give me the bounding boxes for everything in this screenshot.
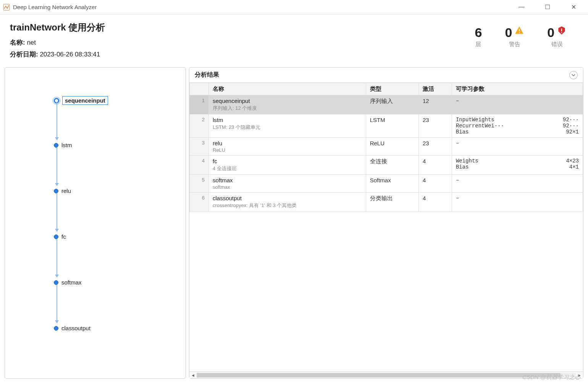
row-name: lstm [213, 117, 362, 123]
results-header: 分析结果 [189, 67, 583, 83]
graph-edge [57, 285, 57, 323]
page-title: trainNetwork 使用分析 [10, 21, 475, 34]
row-learnable: – [452, 193, 583, 212]
param-name: InputWeights [456, 117, 558, 123]
row-sub: 4 全连接层 [213, 165, 362, 172]
results-table-wrap: 名称 类型 激活 可学习参数 1sequenceinput序列输入: 12 个维… [189, 83, 583, 371]
graph-node-sequenceinput[interactable]: sequenceinput [54, 96, 108, 105]
name-value: net [27, 39, 36, 46]
row-type: ReLU [366, 138, 418, 156]
row-sub: LSTM: 23 个隐藏单元 [213, 124, 362, 131]
param-dash: – [456, 140, 459, 146]
param-value: 92×1 [561, 129, 579, 135]
graph-node-softmax[interactable]: softmax [54, 279, 82, 286]
svg-rect-4 [561, 32, 562, 33]
warning-icon [514, 26, 524, 37]
stat-errors-value: 0 [547, 25, 554, 40]
node-label: relu [61, 188, 71, 194]
graph-node-fc[interactable]: fc [54, 233, 66, 240]
table-row[interactable]: 1sequenceinput序列输入: 12 个维度序列输入12– [190, 95, 583, 114]
graph-node-classoutput[interactable]: classoutput [54, 325, 90, 331]
node-dot-icon [54, 143, 58, 148]
error-icon [557, 26, 567, 37]
minimize-button[interactable]: — [514, 3, 529, 11]
close-button[interactable]: ✕ [566, 3, 581, 11]
node-label: sequenceinput [62, 96, 108, 105]
param-row: Weights4×23 [456, 158, 579, 164]
table-row[interactable]: 2lstmLSTM: 23 个隐藏单元LSTM23InputWeights92·… [190, 114, 583, 138]
svg-rect-1 [519, 29, 520, 32]
param-row: Bias92×1 [456, 129, 579, 135]
row-name: softmax [213, 177, 362, 183]
node-dot-icon [54, 280, 58, 285]
row-name-cell: reluReLU [209, 138, 366, 156]
table-row[interactable]: 4fc4 全连接层全连接4Weights4×23Bias4×1 [190, 156, 583, 175]
row-activations: 23 [418, 114, 452, 138]
col-type[interactable]: 类型 [366, 83, 418, 95]
row-type: 序列输入 [366, 95, 418, 114]
window-controls: — ☐ ✕ [514, 3, 585, 11]
param-value: 92··· [558, 117, 579, 123]
network-graph[interactable]: sequenceinputlstmrelufcsoftmaxclassoutpu… [13, 75, 178, 371]
param-name: RecurrentWei··· [456, 123, 558, 129]
row-sub: crossentropyex: 具有 '1' 和 3 个其他类 [213, 202, 362, 209]
row-name: sequenceinput [213, 98, 362, 104]
scroll-left-icon[interactable]: ◄ [191, 373, 195, 378]
row-name-cell: fc4 全连接层 [209, 156, 366, 175]
param-value: 92··· [558, 123, 579, 129]
param-row: Bias4×1 [456, 164, 579, 170]
meta-name: 名称: net [10, 38, 475, 47]
app-icon [3, 4, 10, 11]
header-stats: 6 层 0 警告 0 错误 [475, 21, 578, 48]
node-dot-icon [54, 326, 58, 331]
row-activations: 4 [418, 175, 452, 193]
col-name[interactable]: 名称 [209, 83, 366, 95]
body: sequenceinputlstmrelufcsoftmaxclassoutpu… [0, 67, 588, 383]
stat-errors: 0 错误 [547, 25, 567, 48]
row-index: 5 [190, 175, 209, 193]
row-index: 4 [190, 156, 209, 175]
param-row: InputWeights92··· [456, 117, 579, 123]
col-activations[interactable]: 激活 [418, 83, 452, 95]
graph-edge [57, 148, 57, 186]
param-dash: – [456, 195, 459, 201]
node-dot-icon [54, 189, 58, 193]
row-learnable: InputWeights92···RecurrentWei···92···Bia… [452, 114, 583, 138]
graph-edge [57, 102, 57, 140]
svg-rect-3 [561, 29, 562, 32]
maximize-button[interactable]: ☐ [540, 3, 555, 11]
param-name: Bias [456, 164, 565, 170]
param-name: Bias [456, 129, 561, 135]
date-value: 2023-06-26 08:33:41 [40, 51, 100, 58]
row-index: 2 [190, 114, 209, 138]
row-name-cell: classoutputcrossentropyex: 具有 '1' 和 3 个其… [209, 193, 366, 212]
row-activations: 4 [418, 193, 452, 212]
table-row[interactable]: 3reluReLUReLU23– [190, 138, 583, 156]
row-activations: 23 [418, 138, 452, 156]
scroll-thumb[interactable] [197, 373, 561, 378]
name-label: 名称: [10, 39, 25, 46]
node-dot-icon [54, 235, 58, 239]
graph-edge [57, 239, 57, 277]
scroll-track[interactable] [197, 373, 576, 378]
row-name: relu [213, 140, 362, 146]
row-type: 分类输出 [366, 193, 418, 212]
stat-layers-value: 6 [475, 25, 482, 40]
row-type: LSTM [366, 114, 418, 138]
node-label: lstm [61, 142, 72, 148]
results-panel: 分析结果 名称 类型 激活 可学习参数 1sequenceinput序列输入: … [189, 67, 583, 379]
table-row[interactable]: 5softmaxsoftmaxSoftmax4– [190, 175, 583, 193]
expand-button[interactable] [569, 71, 578, 79]
row-name: fc [213, 158, 362, 164]
param-value: 4×23 [561, 158, 579, 164]
param-name: Weights [456, 158, 561, 164]
stat-warnings-value: 0 [505, 25, 512, 40]
param-row: RecurrentWei···92··· [456, 123, 579, 129]
results-table: 名称 类型 激活 可学习参数 1sequenceinput序列输入: 12 个维… [189, 83, 583, 212]
col-learnable[interactable]: 可学习参数 [452, 83, 583, 95]
row-learnable: Weights4×23Bias4×1 [452, 156, 583, 175]
table-row[interactable]: 6classoutputcrossentropyex: 具有 '1' 和 3 个… [190, 193, 583, 212]
header-left: trainNetwork 使用分析 名称: net 分析日期: 2023-06-… [10, 21, 475, 62]
node-label: softmax [61, 279, 82, 286]
row-index: 3 [190, 138, 209, 156]
